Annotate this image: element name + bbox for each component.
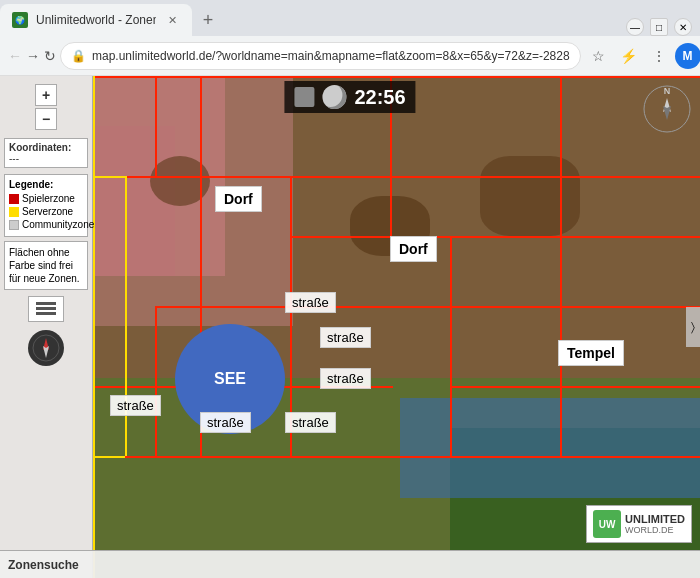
zone-line-v3 <box>155 76 157 176</box>
profile-button[interactable]: M <box>675 43 700 69</box>
active-tab[interactable]: 🌍 Unlimitedworld - Zonenkarte ✕ <box>0 4 192 36</box>
zone-line-h1 <box>93 176 700 178</box>
tab-favicon: 🌍 <box>12 12 28 28</box>
map-container[interactable]: SEE Dorf Dorf Tempel straße straße straß… <box>0 76 700 578</box>
strasse-label-1: straße <box>285 292 336 313</box>
strasse-label-6: straße <box>285 412 336 433</box>
bottom-bar: Zonensuche <box>0 550 700 578</box>
zone-border-top <box>93 76 700 78</box>
zoom-controls: + − <box>0 76 92 134</box>
logo-top: UW UNLIMITED WORLD.DE <box>593 510 685 538</box>
address-bar[interactable]: 🔒 map.unlimitedworld.de/?worldname=main&… <box>60 42 581 70</box>
svg-text:N: N <box>664 86 671 96</box>
tempel-label: Tempel <box>558 340 624 366</box>
browser-window: 🌍 Unlimitedworld - Zonenkarte ✕ + — □ ✕ … <box>0 0 700 578</box>
forward-button[interactable]: → <box>26 42 40 70</box>
bookmark-button[interactable]: ☆ <box>585 42 613 70</box>
security-icon: 🔒 <box>71 49 86 63</box>
menu-button[interactable]: ⋮ <box>645 42 673 70</box>
zone-line-v8 <box>560 76 562 456</box>
strasse-label-3: straße <box>320 368 371 389</box>
svg-rect-4 <box>36 302 56 305</box>
dorf-label-1: Dorf <box>215 186 262 212</box>
strasse-label-4: straße <box>110 395 161 416</box>
terrain-water <box>400 398 700 498</box>
zoom-in-button[interactable]: + <box>35 84 57 106</box>
zone-line-h2 <box>155 306 700 308</box>
dorf-label-2: Dorf <box>390 236 437 262</box>
strasse-label-2: straße <box>320 327 371 348</box>
logo: UW UNLIMITED WORLD.DE <box>586 505 692 543</box>
yellow-border-h1 <box>93 176 125 178</box>
logo-icon: UW <box>593 510 621 538</box>
zone-line-v7 <box>450 236 452 456</box>
svg-rect-5 <box>36 307 56 310</box>
moon-icon <box>322 85 346 109</box>
terrain-dark-3 <box>480 156 580 236</box>
map-expand-arrow[interactable]: 〉 <box>686 307 700 347</box>
zoom-out-button[interactable]: − <box>35 108 57 130</box>
free-zones-text: Flächen ohne Farbe sind frei für neue Zo… <box>4 241 88 290</box>
legend-item-community: Communityzone <box>9 219 83 230</box>
legend-color-server <box>9 207 19 217</box>
tab-close-button[interactable]: ✕ <box>164 12 180 28</box>
close-button[interactable]: ✕ <box>674 18 692 36</box>
legend-color-community <box>9 220 19 230</box>
legend-item-spieler: Spielerzone <box>9 193 83 204</box>
maximize-button[interactable]: □ <box>650 18 668 36</box>
zone-line-h6 <box>450 386 700 388</box>
coordinates-box: Koordinaten: --- <box>4 138 88 168</box>
strasse-label-5: straße <box>200 412 251 433</box>
svg-rect-6 <box>36 312 56 315</box>
compass: N <box>642 84 692 138</box>
zone-line-h3 <box>93 456 700 458</box>
logo-text: UNLIMITED WORLD.DE <box>625 513 685 535</box>
legend-item-server: Serverzone <box>9 206 83 217</box>
minimize-button[interactable]: — <box>626 18 644 36</box>
url-text: map.unlimitedworld.de/?worldname=main&ma… <box>92 49 570 63</box>
legend-color-spieler <box>9 194 19 204</box>
zone-search-label: Zonensuche <box>8 558 79 572</box>
reload-button[interactable]: ↻ <box>44 42 56 70</box>
yellow-border-left <box>93 76 95 578</box>
browser-toolbar: ← → ↻ 🔒 map.unlimitedworld.de/?worldname… <box>0 36 700 76</box>
compass-sidebar-button[interactable] <box>28 330 64 366</box>
back-button[interactable]: ← <box>8 42 22 70</box>
zone-line-h4 <box>290 236 700 238</box>
tab-title: Unlimitedworld - Zonenkarte <box>36 13 156 27</box>
tab-bar: 🌍 Unlimitedworld - Zonenkarte ✕ + — □ ✕ <box>0 0 700 36</box>
extension-button[interactable]: ⚡ <box>615 42 643 70</box>
map-miniature-icon <box>294 87 314 107</box>
layer-button[interactable] <box>28 296 64 322</box>
toolbar-right: ☆ ⚡ ⋮ M <box>585 42 700 70</box>
yellow-border-h2 <box>93 456 125 458</box>
time-display: 22:56 <box>284 81 415 113</box>
sidebar: + − Koordinaten: --- Legende: Spielerzon… <box>0 76 93 578</box>
new-tab-button[interactable]: + <box>192 4 224 36</box>
svg-marker-3 <box>663 106 671 120</box>
zone-line-v4 <box>155 306 157 456</box>
legend-box: Legende: Spielerzone Serverzone Communit… <box>4 174 88 237</box>
